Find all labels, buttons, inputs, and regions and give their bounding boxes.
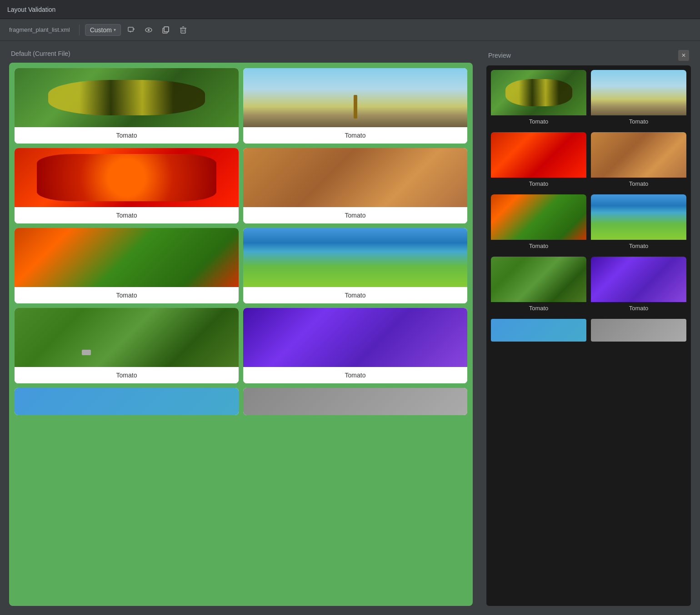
card-7-image: [15, 308, 239, 367]
app-title: Layout Validation: [7, 6, 55, 13]
prev-card-8-label: Tomato: [591, 302, 686, 314]
left-cards-grid: Tomato Tomato Tomato Tomato: [15, 68, 467, 383]
card-3-label: Tomato: [15, 207, 239, 223]
preview-header: Preview ✕: [486, 50, 691, 61]
close-icon: ✕: [681, 52, 686, 59]
left-card-8[interactable]: Tomato: [243, 308, 467, 383]
preview-card-4[interactable]: Tomato: [591, 132, 686, 190]
prev-card-5-label: Tomato: [491, 240, 586, 252]
preview-card-8[interactable]: Tomato: [591, 257, 686, 314]
dropdown-label: Custom: [90, 26, 112, 34]
preview-title: Preview: [488, 52, 511, 59]
prev-card-5-image: [491, 194, 586, 240]
bottom-partial-row: [15, 388, 467, 415]
preview-close-button[interactable]: ✕: [678, 50, 689, 61]
svg-rect-9: [181, 28, 185, 33]
eye-icon-button[interactable]: [142, 23, 155, 37]
prev-card-7-label: Tomato: [491, 302, 586, 314]
svg-rect-7: [164, 27, 169, 32]
card-7-label: Tomato: [15, 367, 239, 383]
card-8-image: [243, 308, 467, 367]
toolbar-separator: [79, 25, 80, 35]
chevron-down-icon: ▾: [114, 27, 116, 32]
prev-card-3-image: [491, 132, 586, 178]
preview-card-3[interactable]: Tomato: [491, 132, 586, 190]
card-5-label: Tomato: [15, 287, 239, 303]
custom-dropdown[interactable]: Custom ▾: [85, 24, 121, 36]
add-device-button[interactable]: [125, 23, 138, 37]
prev-card-4-image: [591, 132, 686, 178]
card-3-image: [15, 148, 239, 207]
preview-cards-grid: Tomato Tomato Tomato Tomato: [491, 70, 686, 314]
left-card-3[interactable]: Tomato: [15, 148, 239, 223]
prev-card-6-image: [591, 194, 686, 240]
prev-card-3-label: Tomato: [491, 178, 586, 190]
left-scroll-area: Tomato Tomato Tomato Tomato: [9, 63, 473, 606]
prev-card-1-label: Tomato: [491, 115, 586, 128]
prev-card-8-image: [591, 257, 686, 302]
left-panel: Default (Current File) Tomato Tomato Tom…: [9, 50, 473, 606]
left-card-1[interactable]: Tomato: [15, 68, 239, 144]
left-card-9-partial: [15, 388, 239, 415]
left-card-2[interactable]: Tomato: [243, 68, 467, 144]
preview-card-5[interactable]: Tomato: [491, 194, 586, 252]
card-5-image: [15, 228, 239, 287]
left-card-4[interactable]: Tomato: [243, 148, 467, 223]
prev-card-10-partial: [591, 319, 686, 342]
toolbar: fragment_plant_list.xml Custom ▾: [0, 19, 700, 41]
preview-card-6[interactable]: Tomato: [591, 194, 686, 252]
copy-button[interactable]: [159, 23, 173, 37]
left-card-7[interactable]: Tomato: [15, 308, 239, 383]
prev-card-9-partial: [491, 319, 586, 342]
preview-scroll-area: Tomato Tomato Tomato Tomato: [486, 65, 691, 606]
filename-label: fragment_plant_list.xml: [5, 25, 74, 35]
card-6-label: Tomato: [243, 287, 467, 303]
main-content: Default (Current File) Tomato Tomato Tom…: [0, 41, 700, 615]
card-2-image: [243, 68, 467, 127]
prev-card-2-label: Tomato: [591, 115, 686, 128]
card-1-label: Tomato: [15, 127, 239, 144]
svg-rect-0: [128, 27, 133, 31]
card-4-label: Tomato: [243, 207, 467, 223]
svg-point-5: [148, 29, 150, 30]
card-1-image: [15, 68, 239, 127]
left-panel-title: Default (Current File): [9, 50, 473, 57]
preview-bottom-partial: [491, 319, 686, 342]
prev-card-7-image: [491, 257, 586, 302]
preview-card-2[interactable]: Tomato: [591, 70, 686, 128]
delete-button[interactable]: [176, 23, 190, 37]
preview-card-7[interactable]: Tomato: [491, 257, 586, 314]
card-2-label: Tomato: [243, 127, 467, 144]
card-8-label: Tomato: [243, 367, 467, 383]
right-panel: Preview ✕ Tomato Tomato: [486, 50, 691, 606]
left-card-10-partial: [243, 388, 467, 415]
prev-card-1-image: [491, 70, 586, 115]
card-4-image: [243, 148, 467, 207]
left-card-5[interactable]: Tomato: [15, 228, 239, 303]
prev-card-2-image: [591, 70, 686, 115]
left-card-6[interactable]: Tomato: [243, 228, 467, 303]
card-6-image: [243, 228, 467, 287]
preview-card-1[interactable]: Tomato: [491, 70, 586, 128]
prev-card-4-label: Tomato: [591, 178, 686, 190]
title-bar: Layout Validation: [0, 0, 700, 19]
prev-card-6-label: Tomato: [591, 240, 686, 252]
